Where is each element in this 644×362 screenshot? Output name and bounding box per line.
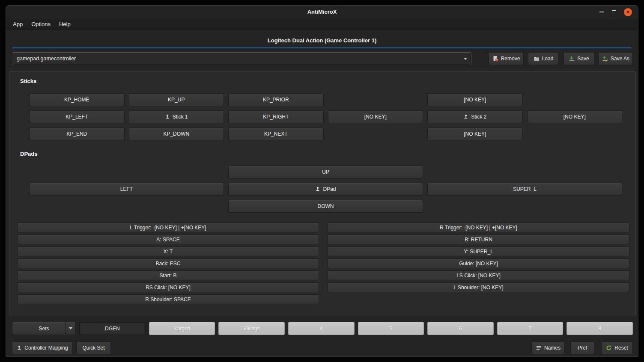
x-button[interactable]: X: T bbox=[17, 246, 319, 256]
rs-click-button[interactable]: RS Click: [NO KEY] bbox=[17, 282, 319, 292]
sets-row: Sets DGEN Xargon Vikings 4 5 6 7 8 bbox=[12, 322, 633, 335]
joystick-icon bbox=[165, 114, 170, 119]
dpad-up-button[interactable]: UP bbox=[228, 166, 423, 178]
stick1-up-left-button[interactable]: KP_HOME bbox=[29, 93, 125, 106]
dpads-heading: DPads bbox=[20, 151, 37, 157]
minimize-icon[interactable] bbox=[599, 12, 604, 12]
set-tab-2[interactable]: Xargon bbox=[149, 322, 215, 335]
chevron-down-icon bbox=[460, 58, 471, 60]
sticks-grid: KP_HOME KP_UP KP_PRIOR [NO KEY] KP_LEFT … bbox=[29, 93, 622, 140]
stick1-down-left-button[interactable]: KP_END bbox=[29, 128, 125, 140]
controller-panel: Sticks KP_HOME KP_UP KP_PRIOR [NO KEY] K… bbox=[9, 71, 636, 315]
antimicrox-window: AntiMicroX ✕ App Options Help Logitech D… bbox=[6, 5, 638, 357]
set-tab-6[interactable]: 6 bbox=[427, 322, 494, 335]
back-button[interactable]: Back: ESC bbox=[17, 258, 319, 268]
menubar: App Options Help bbox=[6, 19, 638, 30]
start-button[interactable]: Start: B bbox=[17, 270, 319, 280]
names-button-label: Names bbox=[544, 345, 561, 351]
stick2-right-button[interactable]: [NO KEY] bbox=[527, 110, 623, 123]
stick2-center-button[interactable]: Stick 2 bbox=[427, 110, 523, 123]
dpad-right-button[interactable]: SUPER_L bbox=[427, 183, 622, 196]
set-tab-8[interactable]: 8 bbox=[566, 322, 633, 335]
save-as-icon bbox=[602, 56, 608, 62]
dpad-grid: UP LEFT DPad SUPER_L DOWN bbox=[29, 166, 622, 213]
list-icon bbox=[536, 345, 542, 351]
load-button[interactable]: Load bbox=[528, 52, 559, 65]
menu-help[interactable]: Help bbox=[55, 20, 75, 29]
reset-button-label: Reset bbox=[614, 345, 628, 351]
remove-button[interactable]: Remove bbox=[489, 52, 524, 65]
joystick-icon bbox=[315, 187, 320, 192]
stick1-up-right-button[interactable]: KP_PRIOR bbox=[228, 93, 324, 106]
names-button[interactable]: Names bbox=[531, 341, 565, 354]
stick1-center-button[interactable]: Stick 1 bbox=[129, 110, 224, 123]
set-tab-7[interactable]: 7 bbox=[497, 322, 564, 335]
window-controls: ✕ bbox=[599, 6, 632, 18]
y-button[interactable]: Y: SUPER_L bbox=[328, 246, 629, 256]
sets-dropdown-button[interactable]: Sets bbox=[12, 322, 76, 335]
set-tab-5[interactable]: 5 bbox=[358, 322, 424, 335]
stick2-left-button[interactable]: [NO KEY] bbox=[328, 110, 423, 123]
stick2-up-button[interactable]: [NO KEY] bbox=[427, 93, 523, 106]
maximize-icon[interactable] bbox=[612, 10, 616, 14]
stick1-up-button[interactable]: KP_UP bbox=[129, 93, 224, 106]
save-as-button-label: Save As bbox=[611, 56, 629, 62]
refresh-icon bbox=[606, 345, 612, 351]
b-button[interactable]: B: RETURN bbox=[328, 234, 629, 244]
dpad-left-button[interactable]: LEFT bbox=[29, 183, 224, 196]
ls-click-button[interactable]: LS Click: [NO KEY] bbox=[328, 270, 629, 280]
folder-open-icon bbox=[534, 56, 540, 62]
stick1-left-button[interactable]: KP_LEFT bbox=[29, 110, 125, 123]
set-tab-4[interactable]: 4 bbox=[288, 322, 355, 335]
footer-bar: Controller Mapping Quick Set Names Pref … bbox=[6, 341, 638, 354]
button-assignments: L Trigger: -[NO KEY] | +[NO KEY] R Trigg… bbox=[17, 223, 629, 304]
set-tab-3[interactable]: Vikings bbox=[218, 322, 285, 335]
r-trigger-button[interactable]: R Trigger: -[NO KEY] | +[NO KEY] bbox=[328, 223, 629, 232]
sticks-heading: Sticks bbox=[20, 78, 36, 84]
dpad-center-label: DPad bbox=[323, 186, 336, 192]
l-trigger-button[interactable]: L Trigger: -[NO KEY] | +[NO KEY] bbox=[17, 223, 319, 232]
stick2-down-button[interactable]: [NO KEY] bbox=[427, 128, 523, 140]
reset-button[interactable]: Reset bbox=[601, 341, 633, 354]
a-button[interactable]: A: SPACE bbox=[17, 234, 319, 244]
save-as-button[interactable]: Save As bbox=[599, 52, 633, 65]
joystick-icon bbox=[463, 114, 468, 119]
menu-options[interactable]: Options bbox=[27, 20, 55, 29]
joystick-icon bbox=[17, 345, 22, 350]
stick1-center-label: Stick 1 bbox=[173, 114, 188, 120]
l-shoulder-button[interactable]: L Shoulder: [NO KEY] bbox=[328, 282, 629, 292]
r-shoulder-button[interactable]: R Shoulder: SPACE bbox=[17, 294, 319, 304]
save-download-icon bbox=[569, 56, 575, 62]
remove-button-label: Remove bbox=[501, 56, 520, 62]
profile-combobox-value: gamepad.gamecontroller bbox=[12, 56, 460, 62]
sets-dropdown-label: Sets bbox=[39, 326, 49, 332]
save-button[interactable]: Save bbox=[564, 52, 594, 65]
controller-mapping-label: Controller Mapping bbox=[24, 345, 68, 351]
controller-tab[interactable]: Logitech Dual Action (Game Controller 1) bbox=[6, 37, 638, 44]
controller-mapping-button[interactable]: Controller Mapping bbox=[12, 341, 73, 354]
menu-app[interactable]: App bbox=[9, 20, 27, 29]
profile-combobox[interactable]: gamepad.gamecontroller bbox=[12, 52, 471, 65]
set-tab-1[interactable]: DGEN bbox=[79, 322, 146, 335]
guide-button[interactable]: Guide: [NO KEY] bbox=[328, 258, 629, 268]
stick1-down-button[interactable]: KP_DOWN bbox=[129, 128, 224, 140]
dpad-down-button[interactable]: DOWN bbox=[228, 200, 423, 213]
window-title: AntiMicroX bbox=[6, 6, 638, 18]
chevron-down-icon bbox=[65, 322, 75, 335]
stick2-center-label: Stick 2 bbox=[471, 114, 486, 120]
close-icon[interactable]: ✕ bbox=[624, 8, 632, 16]
quick-set-button[interactable]: Quick Set bbox=[76, 341, 111, 354]
titlebar[interactable]: AntiMicroX ✕ bbox=[6, 6, 638, 18]
stick1-right-button[interactable]: KP_RIGHT bbox=[228, 110, 324, 123]
tab-accent-line bbox=[13, 47, 631, 48]
load-button-label: Load bbox=[542, 56, 554, 62]
remove-document-icon bbox=[492, 56, 498, 62]
stick1-down-right-button[interactable]: KP_NEXT bbox=[228, 128, 324, 140]
dpad-center-button[interactable]: DPad bbox=[228, 183, 423, 196]
pref-button[interactable]: Pref bbox=[570, 341, 594, 354]
save-button-label: Save bbox=[577, 56, 589, 62]
